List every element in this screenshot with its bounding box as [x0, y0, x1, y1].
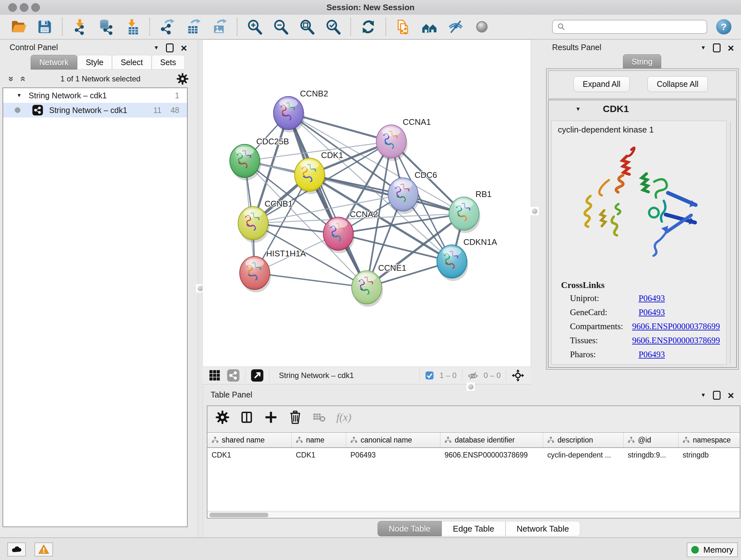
- table-cell[interactable]: P06493: [346, 448, 441, 462]
- open-session-button[interactable]: [10, 18, 27, 36]
- cloud-button[interactable]: [7, 543, 26, 557]
- show-all-button[interactable]: [473, 18, 491, 36]
- edge[interactable]: [255, 273, 367, 287]
- node-CCNA1[interactable]: [376, 125, 408, 161]
- zoom-out-button[interactable]: [272, 18, 290, 36]
- collapse-panel-icon[interactable]: ▼: [153, 45, 159, 51]
- node-CCNE1[interactable]: [352, 271, 383, 307]
- crosslink-link[interactable]: P06493: [638, 350, 665, 360]
- table-row[interactable]: CDK1CDK1P064939606.ENSP00000378699cyclin…: [207, 448, 740, 462]
- crosslink-link[interactable]: 9606.ENSP00000378699: [632, 321, 720, 331]
- network-collection-row[interactable]: ▼ String Network – cdk1 1: [3, 88, 187, 103]
- tab-select[interactable]: Select: [112, 55, 151, 70]
- tree-expand-icon[interactable]: ▼: [17, 92, 22, 98]
- export-network-button[interactable]: [158, 18, 176, 36]
- delete-column-button[interactable]: [288, 410, 302, 425]
- expand-all-button[interactable]: Expand All: [574, 76, 630, 92]
- column-header--id[interactable]: @id: [623, 433, 678, 447]
- refresh-view-button[interactable]: [359, 18, 377, 36]
- table-hscrollbar[interactable]: [207, 512, 740, 518]
- column-header-name[interactable]: name: [292, 433, 346, 447]
- collapse-all-networks-icon[interactable]: »: [17, 76, 27, 82]
- node-CDC25B[interactable]: [230, 144, 261, 180]
- node-CDC6[interactable]: [388, 178, 419, 214]
- tab-network-table[interactable]: Network Table: [506, 521, 580, 537]
- close-panel-icon[interactable]: ×: [181, 45, 187, 51]
- column-header-description[interactable]: description: [543, 433, 623, 447]
- column-header-shared-name[interactable]: shared name: [207, 433, 292, 447]
- memory-button[interactable]: Memory: [687, 543, 738, 557]
- network-options-gear-icon[interactable]: [176, 72, 189, 85]
- column-header-database-identifier[interactable]: database identifier: [441, 433, 543, 447]
- collapse-panel-icon[interactable]: ▼: [700, 45, 706, 51]
- show-columns-button[interactable]: [239, 410, 254, 425]
- gene-section-header[interactable]: ▼ CDK1: [549, 100, 736, 119]
- hide-selected-button[interactable]: [447, 18, 465, 36]
- results-scrollbar[interactable]: [730, 121, 731, 364]
- add-column-button[interactable]: [264, 410, 278, 425]
- export-image-button[interactable]: [211, 18, 228, 36]
- export-table-button[interactable]: [185, 18, 202, 36]
- node-CCNB2[interactable]: [273, 97, 305, 132]
- node-CDKN1A[interactable]: [437, 245, 468, 281]
- column-header-namespace[interactable]: namespace: [678, 433, 741, 447]
- node-HIST1H1A[interactable]: [240, 256, 271, 293]
- first-neighbors-button[interactable]: [421, 18, 439, 36]
- tab-sets[interactable]: Sets: [151, 55, 185, 70]
- tab-edge-table[interactable]: Edge Table: [442, 521, 506, 537]
- float-panel-icon[interactable]: [166, 44, 174, 52]
- crosslink-link[interactable]: P06493: [638, 294, 665, 303]
- selected-checkbox-icon[interactable]: [425, 371, 434, 380]
- warning-button[interactable]: [35, 543, 53, 557]
- tab-node-table[interactable]: Node Table: [378, 521, 442, 537]
- collapse-all-button[interactable]: Collapse All: [648, 76, 708, 92]
- section-collapse-icon[interactable]: ▼: [576, 106, 581, 112]
- close-panel-icon[interactable]: ×: [728, 45, 734, 51]
- search-input[interactable]: [566, 22, 703, 32]
- import-network-file-button[interactable]: [71, 18, 89, 36]
- network-canvas[interactable]: CCNB2CCNA1CDC25BCDK1CDC6RB1CCNB1CCNA2CDK…: [202, 40, 531, 367]
- main-toolbar: ?: [0, 15, 741, 40]
- tab-style[interactable]: Style: [77, 55, 112, 70]
- zoom-selected-button[interactable]: [324, 18, 342, 36]
- fit-selected-crosshair-button[interactable]: [511, 369, 525, 382]
- node-RB1[interactable]: [449, 197, 480, 233]
- search-box[interactable]: [552, 20, 707, 34]
- function-builder-button[interactable]: f(x): [336, 411, 351, 423]
- help-button[interactable]: ?: [716, 19, 731, 35]
- zoom-in-button[interactable]: [246, 18, 264, 36]
- collapse-panel-icon[interactable]: ▼: [700, 392, 706, 398]
- view-grid-button[interactable]: [208, 369, 221, 382]
- network-row-selected[interactable]: String Network – cdk1 11 48: [3, 103, 187, 118]
- column-header-canonical-name[interactable]: canonical name: [346, 433, 441, 447]
- table-cell[interactable]: CDK1: [207, 448, 292, 462]
- delete-table-button[interactable]: [312, 410, 327, 425]
- network-from-selection-button[interactable]: [394, 18, 412, 36]
- close-panel-icon[interactable]: ×: [728, 392, 734, 398]
- tab-network[interactable]: Network: [30, 55, 77, 70]
- edge[interactable]: [288, 113, 367, 287]
- node-CDK1[interactable]: [294, 158, 326, 194]
- table-cell[interactable]: 9606.ENSP00000378699: [441, 448, 543, 462]
- table-hscrollbar-thumb[interactable]: [209, 513, 268, 517]
- table-settings-gear-button[interactable]: [215, 410, 230, 425]
- open-view-in-window-button[interactable]: [251, 369, 264, 382]
- float-panel-icon[interactable]: [713, 391, 721, 400]
- table-cell[interactable]: CDK1: [292, 448, 346, 462]
- zoom-fit-button[interactable]: [298, 18, 316, 36]
- string-view-button[interactable]: [226, 369, 240, 382]
- import-table-file-button[interactable]: [123, 18, 141, 36]
- crosslink-link[interactable]: 9606.ENSP00000378699: [632, 335, 720, 346]
- tab-string[interactable]: String: [623, 54, 661, 69]
- hidden-eye-icon[interactable]: [467, 370, 479, 381]
- right-splitter-handle[interactable]: [530, 207, 539, 215]
- table-cell[interactable]: stringdb:9...: [623, 448, 678, 462]
- crosslink-link[interactable]: P06493: [638, 307, 665, 317]
- expand-all-networks-icon[interactable]: »: [6, 76, 17, 82]
- table-cell[interactable]: stringdb: [678, 448, 741, 462]
- save-session-button[interactable]: [36, 18, 54, 36]
- import-network-database-button[interactable]: [97, 18, 115, 36]
- network-graph[interactable]: CCNB2CCNA1CDC25BCDK1CDC6RB1CCNB1CCNA2CDK…: [203, 40, 531, 367]
- float-panel-icon[interactable]: [713, 44, 721, 52]
- table-cell[interactable]: cyclin-dependent ...: [543, 448, 623, 462]
